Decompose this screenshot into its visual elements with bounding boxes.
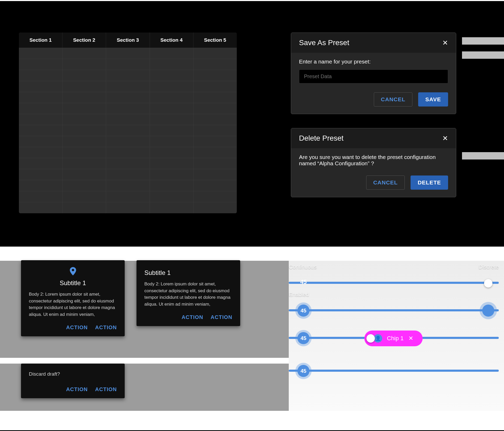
card-action-button[interactable]: ACTION: [211, 314, 232, 320]
slider-track[interactable]: [289, 282, 499, 284]
table-cell[interactable]: [19, 70, 62, 81]
table-cell[interactable]: [193, 147, 237, 158]
table-cell[interactable]: [19, 202, 62, 213]
table-cell[interactable]: [62, 48, 106, 59]
table-cell[interactable]: [19, 81, 62, 92]
table-cell[interactable]: [106, 202, 150, 213]
table-cell[interactable]: [193, 103, 237, 114]
table-cell[interactable]: [62, 92, 106, 103]
table-cell[interactable]: [62, 114, 106, 125]
table-cell[interactable]: [106, 114, 150, 125]
table-cell[interactable]: [62, 103, 106, 114]
table-cell[interactable]: [19, 92, 62, 103]
table-cell[interactable]: [150, 191, 193, 202]
table-cell[interactable]: [106, 158, 150, 169]
table-cell[interactable]: [193, 169, 237, 180]
table-cell[interactable]: [19, 158, 62, 169]
table-header[interactable]: Section 1: [19, 33, 62, 48]
table-header[interactable]: Section 5: [193, 33, 237, 48]
table-cell[interactable]: [106, 92, 150, 103]
table-cell[interactable]: [150, 158, 193, 169]
slider-thumb[interactable]: [366, 334, 375, 343]
close-icon[interactable]: ✕: [408, 335, 413, 342]
table-cell[interactable]: [19, 114, 62, 125]
table-cell[interactable]: [193, 125, 237, 136]
table-cell[interactable]: [62, 59, 106, 70]
table-cell[interactable]: [62, 169, 106, 180]
slider-value-bubble[interactable]: 45: [297, 305, 309, 317]
table-cell[interactable]: [62, 158, 106, 169]
table-cell[interactable]: [19, 169, 62, 180]
table-cell[interactable]: [62, 81, 106, 92]
table-cell[interactable]: [150, 92, 193, 103]
slider-with-chip[interactable]: 45 👤 Chip 1 ✕: [289, 326, 499, 354]
table-cell[interactable]: [62, 125, 106, 136]
table-cell[interactable]: [19, 147, 62, 158]
table-cell[interactable]: [193, 114, 237, 125]
table-cell[interactable]: [193, 48, 237, 59]
table-cell[interactable]: [193, 59, 237, 70]
table-cell[interactable]: [106, 125, 150, 136]
table-cell[interactable]: [62, 147, 106, 158]
table-cell[interactable]: [193, 92, 237, 103]
table-cell[interactable]: [106, 103, 150, 114]
table-cell[interactable]: [193, 158, 237, 169]
table-cell[interactable]: [19, 191, 62, 202]
table-cell[interactable]: [62, 136, 106, 147]
table-cell[interactable]: [150, 70, 193, 81]
table-header[interactable]: Section 3: [106, 33, 150, 48]
table-cell[interactable]: [19, 136, 62, 147]
cancel-button[interactable]: CANCEL: [374, 92, 413, 107]
card-action-button[interactable]: ACTION: [66, 324, 88, 331]
table-header[interactable]: Section 2: [62, 33, 106, 48]
table-cell[interactable]: [150, 48, 193, 59]
slider-enabled[interactable]: Enabled 45: [289, 299, 499, 326]
table-cell[interactable]: [62, 202, 106, 213]
table-cell[interactable]: [62, 180, 106, 191]
slider-continuous[interactable]: Continuous Discrete 45: [289, 271, 499, 299]
table-cell[interactable]: [19, 180, 62, 191]
table-cell[interactable]: [150, 169, 193, 180]
slider-value-bubble[interactable]: 45: [297, 365, 309, 377]
cancel-button[interactable]: CANCEL: [366, 175, 405, 190]
table-cell[interactable]: [19, 125, 62, 136]
table-cell[interactable]: [106, 48, 150, 59]
card-action-button[interactable]: ACTION: [95, 386, 117, 392]
table-cell[interactable]: [62, 191, 106, 202]
table-cell[interactable]: [19, 103, 62, 114]
table-cell[interactable]: [150, 147, 193, 158]
table-cell[interactable]: [193, 180, 237, 191]
table-cell[interactable]: [62, 70, 106, 81]
preset-name-input[interactable]: [299, 70, 448, 83]
table-cell[interactable]: [106, 147, 150, 158]
table-cell[interactable]: [150, 125, 193, 136]
table-cell[interactable]: [106, 169, 150, 180]
table-cell[interactable]: [106, 191, 150, 202]
close-icon[interactable]: ✕: [442, 39, 448, 46]
table-cell[interactable]: [106, 81, 150, 92]
card-action-button[interactable]: ACTION: [95, 324, 117, 331]
table-cell[interactable]: [106, 136, 150, 147]
table-cell[interactable]: [193, 202, 237, 213]
table-cell[interactable]: [106, 180, 150, 191]
slider-track[interactable]: [289, 370, 499, 372]
table-cell[interactable]: [193, 191, 237, 202]
slider-value-bubble[interactable]: 45: [297, 332, 309, 344]
table-cell[interactable]: [150, 180, 193, 191]
table-cell[interactable]: [193, 81, 237, 92]
table-cell[interactable]: [150, 103, 193, 114]
table-cell[interactable]: [150, 114, 193, 125]
table-cell[interactable]: [19, 48, 62, 59]
delete-button[interactable]: DELETE: [411, 175, 448, 190]
table-cell[interactable]: [193, 136, 237, 147]
table-header[interactable]: Section 4: [150, 33, 193, 48]
table-cell[interactable]: [106, 59, 150, 70]
slider-thumb[interactable]: [482, 305, 494, 317]
close-icon[interactable]: ✕: [442, 135, 448, 142]
table-cell[interactable]: [150, 202, 193, 213]
save-button[interactable]: SAVE: [418, 92, 448, 107]
table-cell[interactable]: [193, 70, 237, 81]
table-cell[interactable]: [106, 70, 150, 81]
card-action-button[interactable]: ACTION: [182, 314, 203, 320]
card-action-button[interactable]: ACTION: [66, 386, 88, 392]
